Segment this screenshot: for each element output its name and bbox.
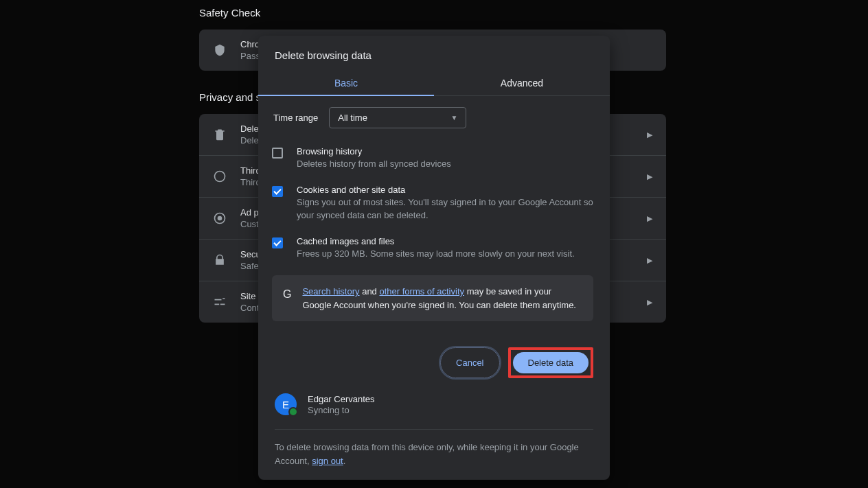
option-title: Browsing history [297,146,593,156]
tab-advanced[interactable]: Advanced [434,71,610,95]
svg-point-0 [215,172,225,182]
trash-icon [213,128,227,141]
dialog-title: Delete browsing data [258,36,610,71]
user-status: Syncing to [308,405,375,415]
time-range-select[interactable]: All time ▼ [329,107,466,128]
other-activity-link[interactable]: other forms of activity [379,286,464,297]
signout-text: To delete browsing data from this device… [275,430,593,467]
google-icon: G [283,286,291,303]
delete-data-button[interactable]: Delete data [513,352,589,373]
delete-browsing-data-dialog: Delete browsing data Basic Advanced Time… [258,36,610,480]
svg-point-2 [218,217,222,220]
option-cookies[interactable]: Cookies and other site data Signs you ou… [272,179,593,231]
checkbox-cookies[interactable] [272,186,283,197]
chevron-right-icon: ▶ [647,298,652,307]
cookie-icon [213,170,227,183]
delete-data-highlight: Delete data [508,347,594,378]
user-name: Edgar Cervantes [308,394,375,404]
option-cached[interactable]: Cached images and files Frees up 320 MB.… [272,231,593,269]
chevron-right-icon: ▶ [647,256,652,265]
ad-icon [213,211,227,225]
tab-basic[interactable]: Basic [258,71,434,95]
chevron-right-icon: ▶ [647,214,652,223]
chevron-right-icon: ▶ [647,172,652,181]
chevron-down-icon: ▼ [450,114,457,121]
cancel-button[interactable]: Cancel [440,347,499,378]
checkbox-cached[interactable] [272,237,283,248]
google-account-info: G Search history and other forms of acti… [272,275,593,321]
option-title: Cookies and other site data [297,185,593,195]
checkbox-browsing-history[interactable] [272,148,283,159]
avatar-initial: E [282,399,289,410]
option-sub: Deletes history from all synced devices [297,158,593,171]
option-sub: Signs you out of most sites. You'll stay… [297,196,593,222]
dialog-tabs: Basic Advanced [258,71,610,96]
option-sub: Frees up 320 MB. Some sites may load mor… [297,248,593,261]
user-info-row: E Edgar Cervantes Syncing to [275,393,593,430]
chevron-right-icon: ▶ [647,130,652,139]
option-title: Cached images and files [297,236,593,246]
option-browsing-history[interactable]: Browsing history Deletes history from al… [272,141,593,179]
time-range-label: Time range [273,113,318,123]
avatar: E [275,393,297,415]
tune-icon [213,295,227,309]
time-range-value: All time [338,113,367,123]
search-history-link[interactable]: Search history [302,286,359,297]
sync-badge-icon [288,407,298,417]
lock-icon [213,253,227,267]
sign-out-link[interactable]: sign out [312,456,343,466]
safety-check-heading: Safety Check [199,7,666,19]
shield-icon [213,43,227,57]
